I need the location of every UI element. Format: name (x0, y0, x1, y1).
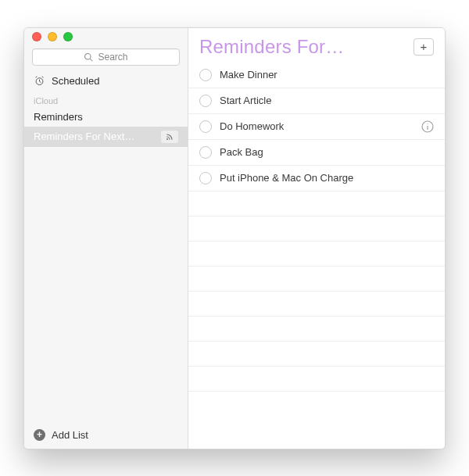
sidebar-list-label: Reminders For Next… (34, 131, 134, 142)
info-button[interactable] (421, 120, 434, 133)
reminders-window: Search Scheduled iCloud Reminders Remind… (23, 27, 446, 449)
minimize-button[interactable] (48, 32, 57, 41)
sidebar-item-scheduled[interactable]: Scheduled (24, 70, 188, 91)
svg-line-6 (42, 76, 44, 77)
add-list-button[interactable]: + Add List (24, 421, 188, 449)
plus-circle-icon: + (34, 429, 45, 441)
shared-badge[interactable] (161, 131, 178, 143)
zoom-button[interactable] (63, 32, 73, 41)
empty-row[interactable] (188, 242, 445, 267)
svg-point-10 (427, 123, 428, 123)
add-reminder-button[interactable]: + (414, 38, 434, 55)
empty-row[interactable] (188, 292, 445, 317)
complete-toggle[interactable] (199, 172, 212, 184)
reminders-list: Make Dinner Start Article Do Homework Pa… (188, 63, 445, 449)
svg-line-1 (91, 59, 93, 61)
reminder-item[interactable]: Make Dinner (188, 63, 445, 88)
reminder-text: Make Dinner (220, 69, 277, 81)
complete-toggle[interactable] (199, 95, 212, 107)
empty-row[interactable] (188, 267, 445, 292)
empty-row[interactable] (188, 191, 445, 217)
sidebar-list-reminders[interactable]: Reminders (24, 107, 188, 127)
search-icon (84, 52, 93, 62)
rss-icon (165, 132, 174, 141)
sidebar: Search Scheduled iCloud Reminders Remind… (24, 28, 188, 449)
info-icon (421, 120, 434, 133)
close-button[interactable] (32, 32, 41, 41)
reminder-text: Put iPhone & Mac On Charge (220, 172, 353, 184)
search-placeholder: Search (98, 52, 127, 63)
main-pane: Reminders For… + Make Dinner Start Artic… (188, 28, 445, 449)
complete-toggle[interactable] (199, 69, 212, 81)
reminder-text: Start Article (220, 95, 271, 106)
sidebar-section-icloud: iCloud (24, 91, 188, 107)
add-list-label: Add List (52, 429, 88, 441)
complete-toggle[interactable] (199, 146, 212, 159)
reminder-item[interactable]: Put iPhone & Mac On Charge (188, 166, 445, 191)
empty-row[interactable] (188, 367, 445, 392)
reminder-text: Do Homework (220, 120, 284, 132)
svg-line-5 (36, 76, 38, 77)
sidebar-list-selected[interactable]: Reminders For Next… (24, 127, 188, 147)
reminder-item[interactable]: Do Homework (188, 114, 445, 140)
empty-row[interactable] (188, 217, 445, 242)
reminder-item[interactable]: Start Article (188, 88, 445, 114)
svg-line-4 (40, 81, 41, 82)
reminder-text: Pack Bag (220, 146, 263, 158)
scheduled-label: Scheduled (52, 75, 99, 87)
svg-point-7 (166, 138, 168, 139)
complete-toggle[interactable] (199, 120, 212, 133)
search-input[interactable]: Search (32, 48, 180, 66)
window-controls (24, 28, 188, 45)
main-header: Reminders For… + (188, 28, 445, 63)
search-wrap: Search (24, 45, 188, 70)
reminder-item[interactable]: Pack Bag (188, 140, 445, 166)
alarm-icon (34, 75, 45, 87)
list-title: Reminders For… (199, 36, 345, 58)
plus-icon: + (421, 40, 428, 53)
empty-row[interactable] (188, 317, 445, 342)
svg-point-0 (85, 53, 91, 59)
empty-row[interactable] (188, 342, 445, 367)
sidebar-list-label: Reminders (34, 111, 83, 123)
